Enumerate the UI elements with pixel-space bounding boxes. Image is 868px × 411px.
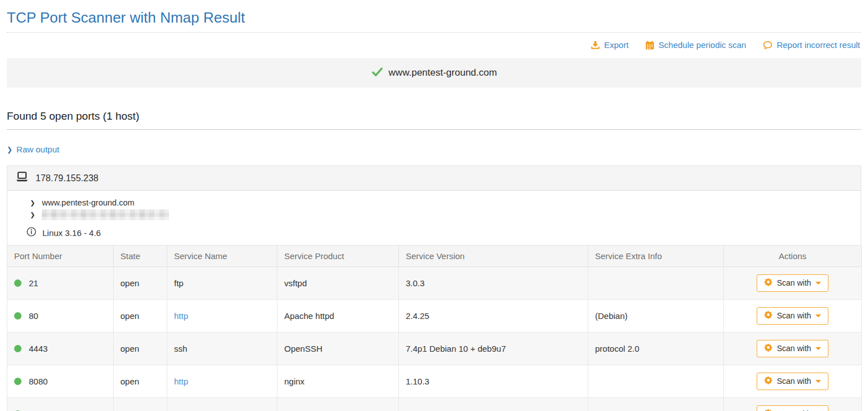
export-label: Export bbox=[604, 40, 628, 50]
table-row: 21 open ftp vsftpd 3.0.3 Scan with bbox=[7, 267, 862, 300]
caret-down-icon bbox=[815, 314, 821, 317]
header-state: State bbox=[114, 246, 167, 267]
raw-output-toggle[interactable]: ❯ Raw output bbox=[7, 145, 59, 154]
service-product: Apache httpd bbox=[277, 300, 399, 333]
table-row: 80 open http Apache httpd 2.4.25 (Debian… bbox=[7, 300, 862, 333]
service-extra-info bbox=[588, 365, 724, 398]
scan-with-label: Scan with bbox=[777, 278, 811, 287]
open-status-dot-icon bbox=[14, 378, 21, 385]
service-name: ftp bbox=[174, 278, 184, 288]
header-service-name: Service Name bbox=[167, 246, 277, 267]
service-extra-info: protocol 2.0 bbox=[588, 333, 724, 365]
target-banner: www.pentest-ground.com bbox=[7, 58, 861, 88]
comment-icon bbox=[763, 41, 772, 50]
caret-down-icon bbox=[815, 282, 821, 285]
target-hostname: www.pentest-ground.com bbox=[389, 67, 497, 78]
host-ip: 178.79.155.238 bbox=[36, 173, 98, 183]
schedule-label: Schedule periodic scan bbox=[658, 40, 746, 50]
scan-with-label: Scan with bbox=[777, 311, 811, 320]
computer-icon bbox=[15, 172, 29, 185]
gear-icon bbox=[764, 376, 772, 386]
table-row: 8080 open http nginx 1.10.3 Scan with bbox=[7, 365, 862, 398]
os-row: Linux 3.16 - 4.6 bbox=[7, 227, 861, 238]
service-name: ssh bbox=[174, 344, 187, 353]
raw-output-label: Raw output bbox=[16, 145, 59, 154]
port-state: open bbox=[114, 365, 167, 398]
service-version: 2.4.25 bbox=[399, 300, 588, 333]
host-body: ❯ www.pentest-ground.com ❯ Linux 3.16 - … bbox=[7, 191, 861, 245]
port-state: open bbox=[114, 300, 167, 333]
service-extra-info bbox=[588, 398, 724, 411]
service-product: OpenSSH bbox=[277, 333, 399, 365]
gear-icon bbox=[764, 278, 772, 288]
chevron-right-icon: ❯ bbox=[30, 197, 35, 209]
redacted-hostname bbox=[42, 209, 169, 220]
port-state: open bbox=[114, 267, 167, 300]
service-product: vsftpd bbox=[277, 267, 399, 300]
service-extra-info bbox=[588, 267, 724, 300]
download-icon bbox=[591, 41, 600, 50]
page: TCP Port Scanner with Nmap Result Export bbox=[0, 0, 868, 411]
caret-down-icon bbox=[815, 347, 821, 350]
chevron-right-icon: ❯ bbox=[7, 146, 12, 154]
open-status-dot-icon bbox=[14, 345, 21, 352]
host-hostname: www.pentest-ground.com bbox=[42, 197, 134, 209]
caret-down-icon bbox=[815, 380, 821, 383]
host-header: 178.79.155.238 bbox=[7, 166, 861, 191]
report-label: Report incorrect result bbox=[776, 40, 860, 50]
table-row: 4443 open ssh OpenSSH 7.4p1 Debian 10 + … bbox=[7, 333, 862, 365]
service-name: http bbox=[174, 311, 188, 321]
header-service-version: Service Version bbox=[399, 246, 588, 267]
ports-table: Port Number State Service Name Service P… bbox=[7, 245, 862, 411]
schedule-periodic-scan-button[interactable]: Schedule periodic scan bbox=[645, 40, 746, 50]
gear-icon bbox=[764, 343, 772, 353]
port-state: open bbox=[114, 398, 167, 411]
title-row: TCP Port Scanner with Nmap Result bbox=[7, 0, 861, 33]
scan-with-button[interactable]: Scan with bbox=[757, 307, 829, 325]
chevron-right-icon: ❯ bbox=[30, 209, 35, 221]
service-name: http bbox=[174, 377, 188, 386]
service-version: 3.0.3 bbox=[399, 267, 588, 300]
header-actions: Actions bbox=[724, 246, 862, 267]
scan-with-button[interactable]: Scan with bbox=[757, 373, 829, 390]
scan-with-button[interactable]: Scan with bbox=[757, 405, 829, 411]
table-row: 8082 open http lighttpd 1.4.45 Scan with bbox=[7, 398, 862, 411]
gear-icon bbox=[764, 409, 772, 411]
ports-table-body: 21 open ftp vsftpd 3.0.3 Scan with bbox=[7, 267, 862, 411]
port-number: 21 bbox=[29, 278, 38, 288]
scan-with-label: Scan with bbox=[777, 377, 811, 386]
scan-with-label: Scan with bbox=[777, 344, 811, 353]
host-os: Linux 3.16 - 4.6 bbox=[42, 228, 101, 238]
header-service-product: Service Product bbox=[277, 246, 399, 267]
service-version: 7.4p1 Debian 10 + deb9u7 bbox=[399, 333, 588, 365]
header-port-number: Port Number bbox=[7, 246, 114, 267]
port-number: 8080 bbox=[29, 377, 47, 386]
port-state: open bbox=[114, 333, 167, 365]
service-extra-info: (Debian) bbox=[588, 300, 724, 333]
service-version: 1.4.45 bbox=[399, 398, 588, 411]
scan-with-button[interactable]: Scan with bbox=[757, 274, 829, 292]
check-icon bbox=[371, 67, 383, 79]
service-version: 1.10.3 bbox=[399, 365, 588, 398]
toolbar: Export Schedule periodic scan bbox=[7, 33, 861, 52]
service-product: lighttpd bbox=[277, 398, 399, 411]
scan-with-button[interactable]: Scan with bbox=[757, 340, 829, 357]
port-number: 80 bbox=[29, 311, 38, 321]
header-service-extra-info: Service Extra Info bbox=[588, 246, 724, 267]
open-status-dot-icon bbox=[14, 279, 21, 287]
export-button[interactable]: Export bbox=[591, 40, 628, 50]
info-icon bbox=[27, 227, 36, 238]
host-panel: 178.79.155.238 ❯ www.pentest-ground.com … bbox=[7, 165, 861, 245]
page-title: TCP Port Scanner with Nmap Result bbox=[7, 9, 861, 27]
calendar-icon bbox=[645, 41, 654, 50]
open-status-dot-icon bbox=[14, 312, 21, 320]
gear-icon bbox=[764, 311, 772, 321]
summary-heading: Found 5 open ports (1 host) bbox=[7, 110, 861, 130]
service-product: nginx bbox=[277, 365, 399, 398]
hostname-row: ❯ www.pentest-ground.com bbox=[7, 197, 861, 209]
hostname-row-redacted: ❯ bbox=[7, 209, 861, 221]
report-incorrect-result-button[interactable]: Report incorrect result bbox=[763, 40, 860, 50]
port-number: 4443 bbox=[29, 344, 47, 353]
table-header-row: Port Number State Service Name Service P… bbox=[7, 246, 862, 267]
